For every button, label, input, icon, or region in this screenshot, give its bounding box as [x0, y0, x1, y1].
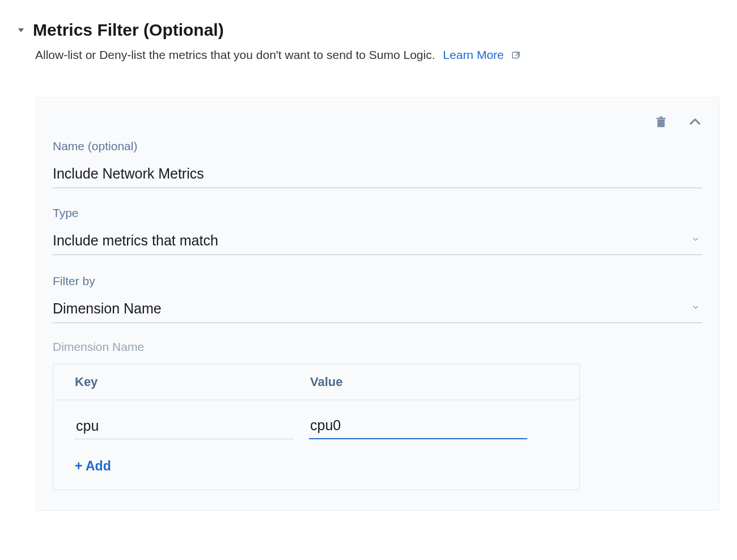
svg-rect-1	[512, 52, 519, 58]
filter-by-label: Filter by	[53, 274, 702, 288]
chevron-up-icon[interactable]	[688, 114, 702, 129]
section-description: Allow-list or Deny-list the metrics that…	[35, 46, 720, 63]
learn-more-link[interactable]: Learn More	[443, 48, 503, 61]
filter-by-select[interactable]	[53, 298, 702, 323]
add-button[interactable]: + Add	[75, 459, 111, 474]
svg-rect-4	[659, 117, 663, 118]
name-input[interactable]	[53, 163, 702, 188]
name-label: Name (optional)	[53, 139, 702, 153]
filter-by-field: Filter by	[53, 274, 702, 323]
name-field: Name (optional)	[53, 139, 702, 188]
table-row	[75, 415, 558, 439]
metrics-filter-card: Name (optional) Type Filter by Dimension…	[35, 97, 720, 511]
dimension-key-input[interactable]	[75, 415, 293, 439]
type-label: Type	[53, 206, 702, 220]
svg-rect-2	[658, 120, 665, 128]
type-select[interactable]	[53, 230, 702, 255]
section-title: Metrics Filter (Optional)	[33, 20, 224, 40]
trash-icon[interactable]	[655, 114, 667, 129]
dimension-table: Key Value + Add	[53, 364, 580, 490]
section-header: Metrics Filter (Optional)	[17, 20, 720, 40]
key-header: Key	[75, 375, 310, 389]
card-controls	[53, 114, 702, 129]
dimension-value-input[interactable]	[309, 415, 527, 439]
type-field: Type	[53, 206, 702, 255]
svg-marker-0	[18, 28, 24, 32]
external-link-icon	[511, 50, 521, 61]
table-header: Key Value	[53, 364, 579, 400]
section-description-text: Allow-list or Deny-list the metrics that…	[35, 48, 435, 61]
value-header: Value	[310, 375, 558, 389]
disclosure-triangle-icon[interactable]	[17, 26, 25, 34]
dimension-name-label: Dimension Name	[53, 340, 702, 354]
svg-rect-3	[656, 118, 666, 119]
